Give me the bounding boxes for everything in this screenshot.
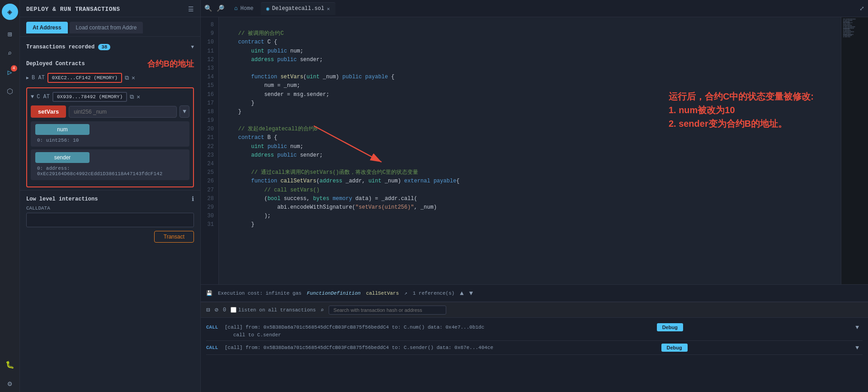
transactions-row[interactable]: Transactions recorded 38 ▼ <box>26 44 194 50</box>
log-search-icon: ⌕ <box>321 306 324 314</box>
log-bracket: [call] <box>225 325 243 330</box>
low-level-section: Low level interactions ℹ CALLDATA Transa… <box>20 190 200 247</box>
contract-b-addr[interactable]: 0XEC2...CF142 (MEMORY) <box>47 73 122 83</box>
plugin-icon: ⬡ <box>7 87 13 96</box>
zoom-out-icon[interactable]: 🔍 <box>204 5 212 12</box>
address-tabs: At Address Load contract from Addre <box>20 17 200 33</box>
num-value: 0: uint256: 10 <box>35 137 185 144</box>
transactions-section: Transactions recorded 38 ▼ <box>20 39 200 55</box>
share-icon[interactable]: ↗ <box>404 290 407 296</box>
contract-c-addr[interactable]: 0X939...78492 (MEMORY) <box>52 92 127 102</box>
log-count: 0 <box>223 307 226 313</box>
settings-icon: ⚙ <box>8 379 12 388</box>
code-line: // 通过call来调用C的setVars()函数，将改变合约C里的状态变量 <box>225 168 835 177</box>
log-expand-icon[interactable]: ⊟ <box>206 306 210 314</box>
code-line: num = _num; <box>225 81 835 90</box>
setvars-button[interactable]: setVars <box>31 105 66 118</box>
contract-b-copy-icon[interactable]: ⧉ <box>125 75 129 81</box>
editor-expand-icon[interactable]: ⤢ <box>859 5 864 12</box>
expand-log-1[interactable]: ▼ <box>855 324 859 331</box>
low-level-info-icon[interactable]: ℹ <box>192 195 194 203</box>
tab-home-label: Home <box>241 5 254 12</box>
transactions-chevron: ▼ <box>191 44 194 50</box>
bottom-status-bar: 💾 Execution cost: infinite gas FunctionD… <box>201 284 868 301</box>
address-annotation: 合约B的地址 <box>147 58 194 69</box>
log-entry-detail-2: CALL [call] from: 0x5B38Da6a701c568545dC… <box>206 345 493 350</box>
code-line: // 发起delegatecall的合约B <box>225 125 835 134</box>
contract-b-label: B AT <box>32 75 45 81</box>
panel-menu-icon[interactable]: ☰ <box>188 5 194 13</box>
code-line <box>225 64 835 73</box>
log-entries: CALL [call] from: 0x5B38Da6a701c568545dC… <box>201 318 868 392</box>
tab-delegatecall-label: Delegatecall.sol <box>272 5 324 12</box>
num-button[interactable]: num <box>35 124 90 135</box>
file-icon: ◉ <box>266 5 269 12</box>
code-line: } <box>225 108 835 116</box>
minimap-content: ████ ██████████████████ ██ █████ ███████… <box>841 17 868 40</box>
setvars-input[interactable] <box>69 106 177 118</box>
code-content[interactable]: // 被调用的合约C contract C { uint public num;… <box>219 17 841 284</box>
sidebar-item-plugin[interactable]: ⬡ <box>2 83 18 100</box>
log-clear-icon[interactable]: ⊘ <box>214 306 218 314</box>
debug-button-2[interactable]: Debug <box>661 344 688 352</box>
load-contract-tab[interactable]: Load contract from Addre <box>70 22 143 33</box>
code-line: } <box>225 99 835 108</box>
contract-c-chevron[interactable]: ▼ <box>31 94 34 100</box>
code-line: address public sender; <box>225 56 835 64</box>
nav-up-icon[interactable]: ▲ <box>460 290 463 297</box>
code-line: // 被调用的合约C <box>225 29 835 38</box>
tab-close-icon[interactable]: ✕ <box>327 6 330 12</box>
search-icon: ⌕ <box>8 49 12 58</box>
transactions-badge: 38 <box>98 44 110 50</box>
code-line: uint public num; <box>225 143 835 151</box>
code-line: uint public num; <box>225 47 835 56</box>
contract-c-header: ▼ C AT 0X939...78492 (MEMORY) ⧉ ✕ <box>31 92 189 102</box>
contract-c-copy-icon[interactable]: ⧉ <box>130 94 134 100</box>
code-line: // call setVars() <box>225 186 835 195</box>
sidebar-item-settings[interactable]: ⚙ <box>2 376 18 392</box>
contract-c-close-icon[interactable]: ✕ <box>137 93 140 100</box>
calldata-input[interactable] <box>26 213 194 227</box>
low-level-header: Low level interactions ℹ <box>26 195 194 203</box>
low-level-title: Low level interactions <box>26 196 98 202</box>
exec-cost: Execution cost: infinite gas <box>218 291 302 296</box>
sidebar-item-deploy[interactable]: ▷ 4 <box>2 64 18 81</box>
nav-down-icon[interactable]: ▼ <box>469 290 473 297</box>
deploy-badge: 4 <box>11 65 17 72</box>
contract-b-close-icon[interactable]: ✕ <box>132 74 135 81</box>
expand-log-2[interactable]: ▼ <box>855 344 859 351</box>
log-listen-checkbox[interactable] <box>231 307 236 313</box>
editor-area: 🔍 🔎 ⌂ Home ◉ Delegatecall.sol ✕ ⤢ 8 9 10… <box>201 0 868 392</box>
files-icon: ⊞ <box>8 30 12 39</box>
setvars-row: setVars ▼ <box>31 105 189 118</box>
sender-value: 0: address: 0xEc29164D68c4992cEdd1D38611… <box>35 165 185 177</box>
code-line: function setVars(uint _num) public payab… <box>225 73 835 81</box>
log-entry-row-2: CALL [call] from: 0x5B38Da6a701c568545dC… <box>206 344 863 352</box>
tab-home[interactable]: ⌂ Home <box>229 2 259 14</box>
transact-button[interactable]: Transact <box>154 231 194 243</box>
func-def-label: FunctionDefinition <box>307 291 361 296</box>
logo-icon: ◈ <box>2 4 18 20</box>
log-from-detail: from: 0x5B38Da6a701c568545dCfcB03FcB875f… <box>245 325 484 330</box>
debug-button-1[interactable]: Debug <box>657 323 683 331</box>
minimap: ████ ██████████████████ ██ █████ ███████… <box>841 17 868 284</box>
contract-c-label: C AT <box>37 94 50 100</box>
code-line <box>225 116 835 125</box>
zoom-in-icon[interactable]: 🔎 <box>217 5 224 12</box>
log-entry: CALL [call] from: 0x5B38Da6a701c568545dC… <box>206 341 863 355</box>
sidebar-item-files[interactable]: ⊞ <box>2 26 18 43</box>
home-icon: ⌂ <box>234 5 238 12</box>
sidebar-item-debug[interactable]: 🐛 <box>2 357 18 373</box>
line-numbers: 8 9 10 11 12 13 14 15 16 17 18 19 20 21 … <box>201 17 219 284</box>
left-panel: DEPLOY & RUN TRANSACTIONS ☰ At Address L… <box>20 0 201 392</box>
contract-b-arrow[interactable]: ▶ <box>26 75 29 81</box>
log-toolbar: ⊟ ⊘ 0 listen on all transactions ⌕ <box>201 302 868 318</box>
at-address-tab[interactable]: At Address <box>26 22 68 33</box>
log-entry: CALL [call] from: 0x5B38Da6a701c568545dC… <box>206 320 863 341</box>
log-bracket-2: [call] <box>225 345 243 350</box>
sidebar-item-search[interactable]: ⌕ <box>2 45 18 62</box>
sender-button[interactable]: sender <box>35 152 90 163</box>
log-search-input[interactable] <box>329 306 446 315</box>
setvars-dropdown[interactable]: ▼ <box>179 105 189 118</box>
tab-delegatecall[interactable]: ◉ Delegatecall.sol ✕ <box>261 2 335 15</box>
